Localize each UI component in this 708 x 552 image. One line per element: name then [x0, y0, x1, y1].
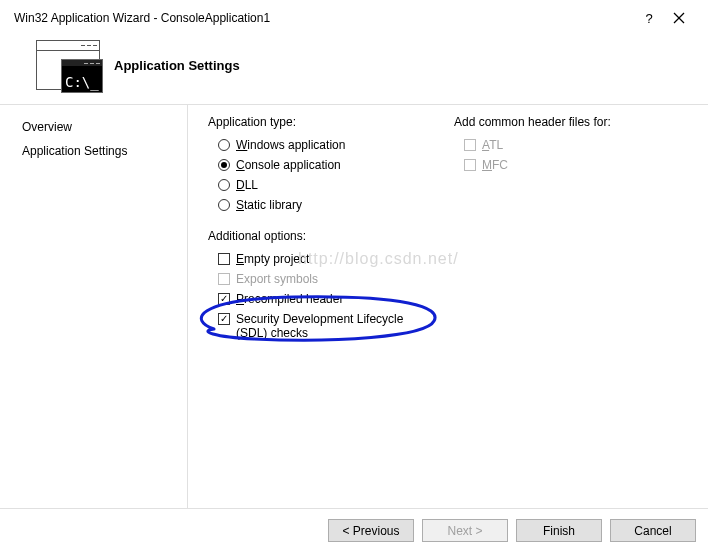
header: C:\_ Application Settings: [0, 36, 708, 104]
footer: < Previous Next > Finish Cancel: [0, 508, 708, 552]
window-title: Win32 Application Wizard - ConsoleApplic…: [14, 11, 634, 25]
checkbox-icon: [464, 159, 476, 171]
checkbox-precompiled-header[interactable]: Precompiled header: [208, 289, 442, 309]
radio-icon: [218, 139, 230, 151]
help-button[interactable]: ?: [634, 8, 664, 28]
radio-icon: [218, 159, 230, 171]
title-bar: Win32 Application Wizard - ConsoleApplic…: [0, 0, 708, 36]
checkbox-label: ATL: [482, 138, 503, 152]
checkbox-label: Precompiled header: [236, 292, 343, 306]
page-title: Application Settings: [114, 58, 240, 73]
checkbox-sdl-checks[interactable]: Security Development Lifecycle (SDL) che…: [208, 309, 442, 343]
next-button: Next >: [422, 519, 508, 542]
console-prompt-text: C:\_: [65, 74, 99, 90]
radio-label: DLL: [236, 178, 258, 192]
radio-static-library[interactable]: Static library: [208, 195, 442, 215]
main-panel: http://blog.csdn.net/ Application type: …: [188, 105, 708, 535]
additional-options-label: Additional options:: [208, 229, 442, 243]
checkbox-export-symbols: Export symbols: [208, 269, 442, 289]
checkbox-icon: [218, 313, 230, 325]
checkbox-label: MFC: [482, 158, 508, 172]
checkbox-label: Empty project: [236, 252, 309, 266]
checkbox-empty-project[interactable]: Empty project: [208, 249, 442, 269]
radio-label: Static library: [236, 198, 302, 212]
checkbox-mfc: MFC: [454, 155, 688, 175]
wizard-icon: C:\_: [36, 40, 100, 90]
sidebar: Overview Application Settings: [0, 105, 188, 535]
radio-label: Console application: [236, 158, 341, 172]
checkbox-icon: [218, 293, 230, 305]
right-column: Add common header files for: ATL MFC: [454, 115, 688, 525]
close-button[interactable]: [664, 8, 694, 28]
close-icon: [673, 12, 685, 24]
common-header-label: Add common header files for:: [454, 115, 688, 129]
checkbox-label: Security Development Lifecycle (SDL) che…: [236, 312, 436, 340]
sidebar-item-application-settings[interactable]: Application Settings: [0, 139, 187, 163]
radio-windows-application[interactable]: Windows application: [208, 135, 442, 155]
checkbox-icon: [218, 253, 230, 265]
sidebar-item-overview[interactable]: Overview: [0, 115, 187, 139]
radio-icon: [218, 199, 230, 211]
radio-icon: [218, 179, 230, 191]
left-column: Application type: Windows application Co…: [208, 115, 442, 525]
content-area: Overview Application Settings http://blo…: [0, 105, 708, 535]
previous-button[interactable]: < Previous: [328, 519, 414, 542]
radio-label: Windows application: [236, 138, 345, 152]
checkbox-icon: [218, 273, 230, 285]
checkbox-atl: ATL: [454, 135, 688, 155]
radio-dll[interactable]: DLL: [208, 175, 442, 195]
cancel-button[interactable]: Cancel: [610, 519, 696, 542]
application-type-label: Application type:: [208, 115, 442, 129]
finish-button[interactable]: Finish: [516, 519, 602, 542]
checkbox-icon: [464, 139, 476, 151]
checkbox-label: Export symbols: [236, 272, 318, 286]
radio-console-application[interactable]: Console application: [208, 155, 442, 175]
